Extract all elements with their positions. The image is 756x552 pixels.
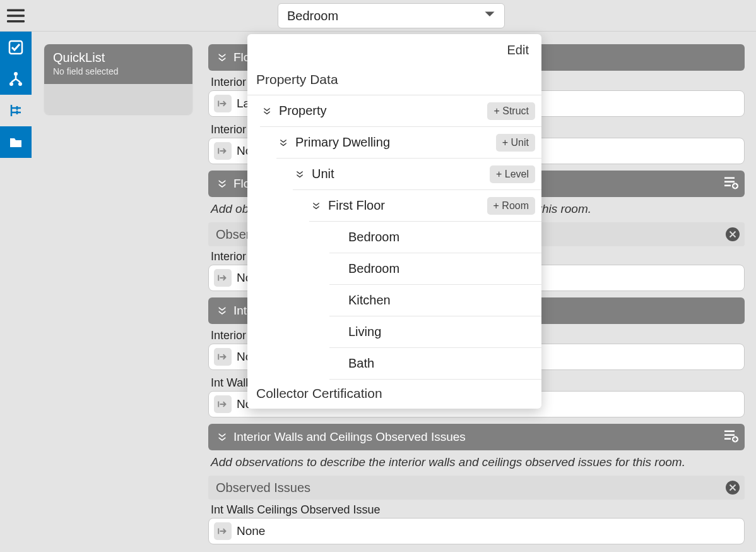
tree-row[interactable]: Property+ Struct xyxy=(260,95,541,127)
add-observation-button[interactable] xyxy=(723,175,738,193)
chevron-double-icon xyxy=(293,170,307,179)
popover-tree: Property+ StructPrimary Dwelling+ UnitUn… xyxy=(247,95,541,380)
close-button[interactable] xyxy=(726,481,740,495)
tree-row-label: Bedroom xyxy=(348,261,399,276)
tree-row[interactable]: Kitchen xyxy=(329,285,541,316)
tree-row-label: Bedroom xyxy=(348,230,399,244)
tree-add-button[interactable]: + Unit xyxy=(496,134,535,152)
rail-tab-folder[interactable] xyxy=(0,126,32,158)
tree-icon xyxy=(8,103,23,118)
arrow-in-icon xyxy=(214,522,232,540)
tree-row[interactable]: Bedroom xyxy=(329,222,541,253)
tree-row-label: Kitchen xyxy=(348,293,391,308)
field-label: Int Walls Ceilings Observed Issue xyxy=(211,503,742,517)
quicklist-title: QuickList xyxy=(53,51,184,65)
branch-icon xyxy=(8,71,23,87)
tree-row[interactable]: Primary Dwelling+ Unit xyxy=(276,127,541,159)
arrow-in-icon xyxy=(214,95,232,112)
tree-row[interactable]: First Floor+ Room xyxy=(309,190,541,222)
tree-add-button[interactable]: + Level xyxy=(490,165,535,183)
section-note: Add observations to describe the interio… xyxy=(211,455,742,469)
menu-icon xyxy=(7,7,25,25)
rail-tab-checklist[interactable] xyxy=(0,32,32,63)
edit-label: Edit xyxy=(507,43,529,57)
section-header[interactable]: Interior Walls and Ceilings Observed Iss… xyxy=(208,424,745,450)
quicklist-body xyxy=(44,84,192,114)
chevron-double-icon xyxy=(276,138,290,147)
navigation-popover: Edit Property Data Property+ StructPrima… xyxy=(247,34,541,409)
chevron-double-icon xyxy=(260,107,274,116)
arrow-in-icon xyxy=(214,269,232,287)
tree-row-label: First Floor xyxy=(328,198,385,213)
tree-row[interactable]: Unit+ Level xyxy=(293,159,541,190)
top-bar: Bedroom xyxy=(0,0,756,32)
arrow-in-icon xyxy=(214,395,232,413)
arrow-in-icon xyxy=(214,348,232,366)
tree-row[interactable]: Bedroom xyxy=(329,253,541,285)
rail-tab-branch[interactable] xyxy=(0,63,32,95)
close-button[interactable] xyxy=(726,227,740,241)
field-value: None xyxy=(237,524,265,538)
chevron-double-icon xyxy=(217,52,227,63)
folder-icon xyxy=(8,135,23,150)
room-selector-value: Bedroom xyxy=(287,9,338,23)
quicklist-panel: QuickList No field selected xyxy=(44,44,192,114)
arrow-in-icon xyxy=(214,142,232,160)
quicklist-header: QuickList No field selected xyxy=(44,44,192,84)
section-title: Interior Walls and Ceilings Observed Iss… xyxy=(233,430,466,444)
menu-button[interactable] xyxy=(0,0,32,32)
popover-edit-button[interactable]: Edit xyxy=(247,34,541,66)
field-input[interactable]: None xyxy=(208,518,745,544)
tree-row-label: Living xyxy=(348,325,381,339)
room-selector[interactable]: Bedroom xyxy=(278,3,505,28)
tree-row-label: Unit xyxy=(312,167,334,181)
tree-row[interactable]: Bath xyxy=(329,348,541,380)
chevron-double-icon xyxy=(217,306,227,316)
chevron-double-icon xyxy=(217,432,227,442)
tree-row[interactable]: Living xyxy=(329,316,541,348)
sub-header-title: Observed Issues xyxy=(216,481,310,495)
tree-row-label: Primary Dwelling xyxy=(295,135,390,150)
popover-section-collector-cert[interactable]: Collector Certification xyxy=(247,380,541,409)
tree-row-label: Property xyxy=(279,104,327,118)
rail-tab-tree[interactable] xyxy=(0,95,32,126)
tree-add-button[interactable]: + Struct xyxy=(487,102,535,120)
check-icon xyxy=(8,40,23,55)
chevron-double-icon xyxy=(217,179,227,189)
quicklist-subtitle: No field selected xyxy=(53,66,184,76)
add-observation-button[interactable] xyxy=(723,428,738,447)
popover-section-property-data[interactable]: Property Data xyxy=(247,66,541,95)
chevron-double-icon xyxy=(309,201,323,210)
left-rail xyxy=(0,32,32,552)
caret-down-icon xyxy=(484,9,495,23)
sub-header: Observed Issues xyxy=(208,476,745,500)
tree-row-label: Bath xyxy=(348,356,374,371)
tree-add-button[interactable]: + Room xyxy=(487,197,535,215)
